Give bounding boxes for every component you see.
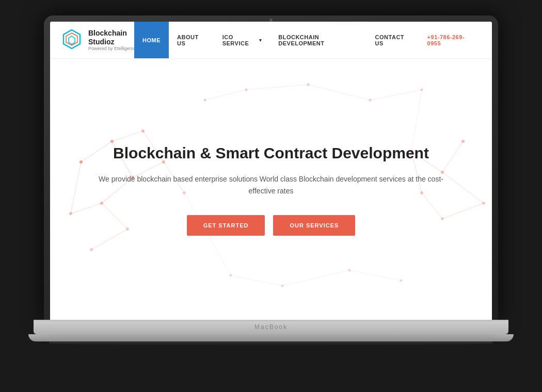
hero-buttons: GET STARTED OUR SERVICES [90,215,452,236]
nav-item-home[interactable]: HOME [134,22,169,58]
svg-line-18 [112,131,143,141]
svg-line-50 [282,270,349,286]
laptop-foot-shadow [49,341,493,346]
nav-item-contact[interactable]: CONTACT US [367,22,419,58]
laptop-device: Blockchain Studioz Powered by Etelligens… [34,15,508,377]
main-nav: HOME ABOUT US ICO SERVICE ▾ BLOCKCHAIN D… [134,22,482,58]
nav-item-about[interactable]: ABOUT US [169,22,214,58]
laptop-foot [28,334,514,341]
logo-brand-line1: Blockchain [88,29,127,37]
svg-line-32 [370,90,422,100]
svg-line-31 [308,85,370,100]
logo-text: Blockchain Studioz Powered by Etelligens [88,29,134,52]
our-services-button[interactable]: OUR SERVICES [273,215,355,236]
svg-line-49 [231,275,282,286]
nav-item-phone[interactable]: +91-786-269-0955 [419,22,482,58]
header: Blockchain Studioz Powered by Etelligens… [50,22,492,59]
svg-line-53 [411,90,422,152]
get-started-button[interactable]: GET STARTED [187,215,265,236]
laptop-base: MacBook [34,320,508,334]
logo-brand-line2: Studioz [88,38,115,46]
svg-marker-2 [69,36,75,44]
logo-brand: Blockchain Studioz [88,29,134,46]
logo-area: Blockchain Studioz Powered by Etelligens [60,29,134,52]
laptop-screen-outer: Blockchain Studioz Powered by Etelligens… [44,15,498,320]
hero-section: Blockchain & Smart Contract Development … [50,59,492,320]
svg-marker-1 [66,33,77,45]
nav-item-blockchain[interactable]: BLOCKCHAIN DEVELOPMENT [270,22,366,58]
website: Blockchain Studioz Powered by Etelligens… [50,22,492,320]
logo-tagline: Powered by Etelligens [88,46,134,51]
laptop-screen-inner: Blockchain Studioz Powered by Etelligens… [50,22,492,320]
svg-line-29 [205,90,246,100]
svg-line-30 [246,85,308,90]
hero-content: Blockchain & Smart Contract Development … [70,143,472,236]
logo-icon [60,29,83,52]
chevron-down-icon: ▾ [259,38,262,43]
hero-title: Blockchain & Smart Contract Development [90,143,452,163]
hero-subtitle: We provide blockchain based enterprise s… [90,173,452,197]
svg-line-51 [349,270,401,281]
nav-item-ico[interactable]: ICO SERVICE ▾ [214,22,270,58]
macbook-label: MacBook [254,323,288,331]
